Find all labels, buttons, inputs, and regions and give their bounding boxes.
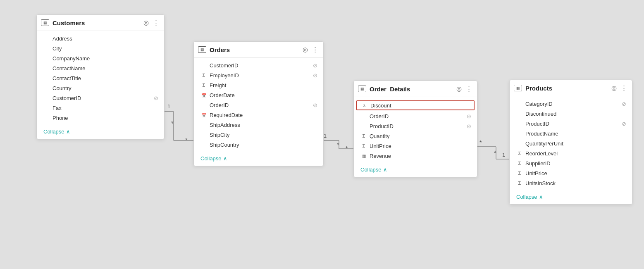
field-country: Country	[37, 83, 164, 93]
order-details-table-icon: ▦	[358, 86, 366, 92]
order-details-field-unitprice: Σ UnitPrice	[354, 141, 477, 151]
orders-field-orderid: OrderID ⊘	[194, 100, 323, 110]
orders-requireddate-name: RequiredDate	[210, 112, 317, 118]
customers-collapse[interactable]: Collapse ∧	[37, 125, 164, 139]
products-field-categoryid: CategoryID ⊘	[510, 99, 632, 109]
orders-field-employeeid: Σ EmployeeID ⊘	[194, 70, 323, 80]
od-quantity-name: Quantity	[370, 133, 471, 139]
diagram-canvas: 1 ▼ * 1 ▼ * * ▲ 1 ▦ Customers ◎ ⋮	[0, 0, 644, 269]
fax-field-name: Fax	[52, 105, 158, 111]
discontinued-name: Discontinued	[525, 111, 626, 117]
products-header-actions: ◎ ⋮	[611, 84, 627, 92]
orders-table-header: ▦ Orders ◎ ⋮	[194, 42, 323, 58]
field-address: Address	[37, 33, 164, 43]
orders-field-customerid: CustomerID ⊘	[194, 60, 323, 70]
categoryid-name: CategoryID	[525, 101, 619, 107]
orders-collapse-icon: ∧	[223, 155, 227, 162]
orders-more-icon[interactable]: ⋮	[312, 46, 318, 53]
customerid-field-name: CustomerID	[52, 95, 151, 101]
order-details-eye-icon[interactable]: ◎	[456, 85, 462, 93]
customers-more-icon[interactable]: ⋮	[153, 19, 159, 26]
orders-employeeid-name: EmployeeID	[210, 72, 310, 79]
orders-table-icon: ▦	[198, 46, 206, 53]
orders-eye-icon[interactable]: ◎	[303, 46, 308, 53]
products-table-icon: ▦	[514, 85, 522, 91]
customers-collapse-icon: ∧	[66, 129, 70, 135]
orders-shipcountry-name: ShipCountry	[210, 142, 317, 148]
orders-orderdate-icon: 📅	[200, 93, 207, 98]
supplierid-icon: Σ	[516, 161, 523, 166]
orders-customerid-hide[interactable]: ⊘	[313, 62, 317, 69]
customers-table-title: Customers	[52, 19, 140, 26]
products-productid-name: ProductID	[525, 121, 619, 127]
country-field-name: Country	[52, 85, 158, 91]
svg-text:*: *	[346, 145, 348, 152]
products-field-unitsinstock: Σ UnitsInStock	[510, 178, 632, 188]
orders-requireddate-icon: 📅	[200, 113, 207, 117]
svg-text:1: 1	[502, 152, 505, 158]
quantityperunit-name: QuantityPerUnit	[525, 140, 626, 147]
products-more-icon[interactable]: ⋮	[621, 84, 627, 92]
companyname-field-name: CompanyName	[52, 55, 158, 62]
unitsinstock-name: UnitsInStock	[525, 180, 626, 186]
field-fax: Fax	[37, 103, 164, 113]
products-field-reorderlevel: Σ ReorderLevel	[510, 148, 632, 158]
order-details-field-productid: ProductID ⊘	[354, 121, 477, 131]
orders-customerid-name: CustomerID	[210, 62, 310, 69]
order-details-field-orderid: OrderID ⊘	[354, 111, 477, 121]
orders-collapse[interactable]: Collapse ∧	[194, 152, 323, 166]
products-field-supplierid: Σ SupplierID	[510, 158, 632, 168]
od-unitprice-name: UnitPrice	[370, 143, 471, 149]
orders-field-shipcity: ShipCity	[194, 130, 323, 140]
od-orderid-hide[interactable]: ⊘	[467, 113, 471, 119]
products-table: ▦ Products ◎ ⋮ CategoryID ⊘ Discontinued…	[509, 80, 632, 205]
od-productid-hide[interactable]: ⊘	[467, 123, 471, 129]
products-eye-icon[interactable]: ◎	[611, 84, 617, 92]
customerid-hide-icon[interactable]: ⊘	[154, 95, 158, 101]
products-field-productid: ProductID ⊘	[510, 119, 632, 129]
orders-orderid-hide[interactable]: ⊘	[313, 102, 317, 108]
orders-employeeid-hide[interactable]: ⊘	[313, 72, 317, 79]
products-productid-hide[interactable]: ⊘	[622, 121, 626, 127]
customers-eye-icon[interactable]: ◎	[143, 19, 149, 26]
order-details-table-header: ▦ Order_Details ◎ ⋮	[354, 81, 477, 97]
svg-text:1: 1	[324, 133, 327, 139]
orders-table: ▦ Orders ◎ ⋮ CustomerID ⊘ Σ EmployeeID ⊘…	[193, 41, 324, 166]
products-collapse-icon: ∧	[539, 194, 543, 200]
unitsinstock-icon: Σ	[516, 181, 523, 186]
order-details-collapse[interactable]: Collapse ∧	[354, 163, 477, 177]
od-revenue-icon: ▦	[360, 154, 367, 158]
od-orderid-name: OrderID	[370, 113, 464, 119]
orders-header-actions: ◎ ⋮	[303, 46, 318, 53]
products-field-discontinued: Discontinued	[510, 109, 632, 119]
reorderlevel-name: ReorderLevel	[525, 150, 626, 157]
products-collapse[interactable]: Collapse ∧	[510, 190, 632, 204]
od-productid-name: ProductID	[370, 123, 464, 129]
orders-field-shipaddress: ShipAddress	[194, 120, 323, 130]
phone-field-name: Phone	[52, 115, 158, 121]
field-phone: Phone	[37, 113, 164, 123]
svg-text:▼: ▼	[336, 142, 340, 146]
customers-header-actions: ◎ ⋮	[143, 19, 159, 26]
orders-table-body: CustomerID ⊘ Σ EmployeeID ⊘ Σ Freight 📅 …	[194, 58, 323, 152]
contactname-field-name: ContactName	[52, 65, 158, 71]
field-customerid: CustomerID ⊘	[37, 93, 164, 103]
svg-text:1: 1	[167, 103, 170, 110]
contacttitle-field-name: ContactTitle	[52, 75, 158, 81]
orders-orderid-name: OrderID	[210, 102, 310, 108]
order-details-more-icon[interactable]: ⋮	[466, 85, 472, 93]
productname-name: ProductName	[525, 131, 626, 137]
order-details-field-quantity: Σ Quantity	[354, 131, 477, 141]
od-revenue-name: Revenue	[370, 153, 471, 159]
field-city: City	[37, 43, 164, 53]
categoryid-hide[interactable]: ⊘	[622, 101, 626, 107]
orders-field-requireddate: 📅 RequiredDate	[194, 110, 323, 120]
supplierid-name: SupplierID	[525, 160, 626, 167]
od-quantity-icon: Σ	[360, 133, 367, 138]
order-details-table-body: Σ Discount OrderID ⊘ ProductID ⊘ Σ Quant…	[354, 97, 477, 163]
orders-field-orderdate: 📅 OrderDate	[194, 90, 323, 100]
order-details-collapse-icon: ∧	[383, 167, 387, 173]
orders-orderdate-name: OrderDate	[210, 92, 317, 98]
orders-shipcity-name: ShipCity	[210, 132, 317, 138]
svg-text:▼: ▼	[170, 120, 174, 125]
